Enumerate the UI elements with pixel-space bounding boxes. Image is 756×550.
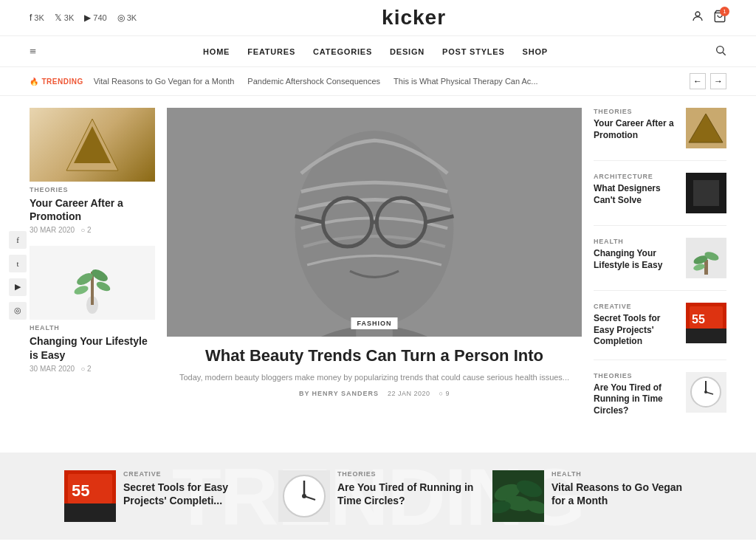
youtube-social[interactable]: ▶ 740	[84, 13, 106, 23]
svg-text:55: 55	[692, 313, 705, 326]
right-item-2-title[interactable]: What Designers Can't Solve	[594, 183, 678, 206]
twitter-count: 3K	[64, 13, 74, 22]
left-card-2-image	[30, 246, 155, 320]
svg-point-10	[73, 284, 89, 296]
right-column: THEORIES Your Career After a Promotion A…	[594, 108, 726, 441]
bottom-card-3-info: HEALTH Vital Reasons to Go Vegan for a M…	[551, 470, 692, 507]
featured-title[interactable]: What Beauty Trends Can Turn a Person Int…	[167, 346, 582, 367]
facebook-social[interactable]: f 3K	[30, 13, 44, 23]
twitter-social[interactable]: 𝕏 3K	[55, 13, 74, 23]
left-card-1-title[interactable]: Your Career After a Promotion	[30, 196, 155, 223]
twitter-icon: 𝕏	[55, 13, 62, 23]
instagram-count: 3K	[127, 13, 137, 22]
featured-comments: ○ 9	[439, 390, 450, 397]
svg-point-11	[95, 281, 111, 294]
trending-item-3[interactable]: This is What Physical Therapy Can Ac...	[394, 77, 537, 86]
right-item-5-category: THEORIES	[594, 372, 678, 379]
featured-date: 22 JAN 2020	[388, 390, 430, 397]
nav-bar: ≡ HOME FEATURES CATEGORIES DESIGN POST S…	[0, 36, 756, 67]
bottom-card-1: 55 CREATIVE Secret Tools for Easy Projec…	[64, 470, 264, 522]
left-card-1-comments: ○ 2	[80, 226, 91, 234]
bottom-cards: 55 CREATIVE Secret Tools for Easy Projec…	[30, 470, 726, 522]
float-facebook-link[interactable]: f	[9, 231, 27, 249]
nav-post-styles[interactable]: POST STYLES	[442, 47, 505, 56]
bottom-card-1-thumb: 55	[64, 470, 116, 522]
left-card-2-date: 30 MAR 2020	[30, 365, 75, 373]
facebook-icon: f	[30, 13, 32, 23]
bottom-card-1-title[interactable]: Secret Tools for Easy Projects' Completi…	[123, 481, 264, 507]
float-twitter-link[interactable]: t	[9, 255, 27, 272]
right-item-3-title[interactable]: Changing Your Lifestyle is Easy	[594, 248, 678, 271]
right-item-4-thumb: 55	[686, 303, 726, 343]
right-item-5-thumb	[686, 372, 726, 413]
right-item-4-info: CREATIVE Secret Tools for Easy Projects'…	[594, 303, 678, 348]
left-card-2-comments: ○ 2	[80, 365, 91, 373]
nav-links: HOME FEATURES CATEGORIES DESIGN POST STY…	[203, 47, 548, 56]
left-card-2-title[interactable]: Changing Your Lifestyle is Easy	[30, 334, 155, 361]
site-logo[interactable]: kicker	[382, 6, 446, 30]
svg-point-47	[302, 494, 306, 498]
bottom-card-2-category: THEORIES	[337, 470, 478, 478]
user-icon[interactable]	[691, 10, 704, 26]
right-item-2-info: ARCHITECTURE What Designers Can't Solve	[594, 173, 678, 206]
right-item-5: THEORIES Are You Tired of Running in Tim…	[594, 372, 726, 429]
svg-rect-26	[704, 260, 708, 275]
youtube-icon: ▶	[84, 13, 91, 23]
trending-label: 🔥 TRENDING	[30, 78, 83, 86]
left-card-2-meta: 30 MAR 2020 ○ 2	[30, 365, 155, 373]
social-links: f 3K 𝕏 3K ▶ 740 ◎ 3K	[30, 13, 137, 23]
svg-rect-24	[693, 180, 719, 206]
youtube-count: 740	[93, 13, 106, 22]
right-item-2-category: ARCHITECTURE	[594, 173, 678, 180]
right-item-5-title[interactable]: Are You Tired of Running in Time Circles…	[594, 382, 678, 417]
right-item-2-thumb	[686, 173, 726, 213]
trending-item-2[interactable]: Pandemic Aftershock Consequences	[247, 77, 380, 86]
right-item-1: THEORIES Your Career After a Promotion	[594, 108, 726, 161]
bottom-card-3: HEALTH Vital Reasons to Go Vegan for a M…	[492, 470, 692, 522]
nav-shop[interactable]: SHOP	[523, 47, 548, 56]
right-item-1-info: THEORIES Your Career After a Promotion	[594, 108, 678, 141]
author-label: BY HENRY SANDERS	[299, 390, 379, 397]
bottom-card-2-title[interactable]: Are You Tired of Running in Time Circles…	[337, 481, 478, 507]
right-item-3-category: HEALTH	[594, 238, 678, 245]
hamburger-menu[interactable]: ≡	[30, 45, 36, 58]
float-social-bar: f t ▶ ◎	[9, 231, 27, 320]
right-item-5-info: THEORIES Are You Tired of Running in Tim…	[594, 372, 678, 417]
bottom-card-3-thumb	[492, 470, 544, 522]
right-item-4: CREATIVE Secret Tools for Easy Projects'…	[594, 303, 726, 360]
instagram-icon: ◎	[117, 13, 125, 23]
nav-categories[interactable]: CATEGORIES	[313, 47, 372, 56]
cart-count: 1	[720, 7, 729, 16]
featured-tag: FASHION	[351, 317, 397, 329]
cart-icon[interactable]: 1	[713, 10, 726, 26]
right-item-1-category: THEORIES	[594, 108, 678, 115]
svg-point-0	[695, 12, 700, 16]
search-icon[interactable]	[715, 44, 726, 59]
bottom-card-2-info: THEORIES Are You Tired of Running in Tim…	[337, 470, 478, 507]
right-item-4-title[interactable]: Secret Tools for Easy Projects' Completi…	[594, 313, 678, 348]
trending-next[interactable]: →	[710, 73, 726, 89]
trending-bar: 🔥 TRENDING Vital Reasons to Go Vegan for…	[0, 67, 756, 96]
nav-features[interactable]: FEATURES	[247, 47, 295, 56]
trending-prev[interactable]: ←	[690, 73, 706, 89]
main-content: THEORIES Your Career After a Promotion 3…	[0, 96, 756, 453]
right-item-3-info: HEALTH Changing Your Lifestyle is Easy	[594, 238, 678, 271]
float-youtube-link[interactable]: ▶	[9, 278, 27, 296]
left-card-1-meta: 30 MAR 2020 ○ 2	[30, 226, 155, 234]
facebook-count: 3K	[34, 13, 44, 22]
bottom-card-2: THEORIES Are You Tired of Running in Tim…	[278, 470, 478, 522]
svg-text:55: 55	[72, 481, 89, 500]
left-card-2-category: HEALTH	[30, 324, 155, 331]
nav-design[interactable]: DESIGN	[390, 47, 425, 56]
svg-point-38	[704, 391, 707, 393]
bottom-card-3-title[interactable]: Vital Reasons to Go Vegan for a Month	[551, 481, 692, 507]
right-item-1-title[interactable]: Your Career After a Promotion	[594, 118, 678, 141]
left-column: THEORIES Your Career After a Promotion 3…	[30, 108, 155, 441]
svg-line-3	[723, 52, 726, 55]
nav-home[interactable]: HOME	[203, 47, 230, 56]
left-card-1-image	[30, 108, 155, 182]
float-instagram-link[interactable]: ◎	[9, 302, 27, 320]
trending-item-1[interactable]: Vital Reasons to Go Vegan for a Month	[94, 77, 235, 86]
instagram-social[interactable]: ◎ 3K	[117, 13, 137, 23]
left-card-1-date: 30 MAR 2020	[30, 226, 75, 234]
